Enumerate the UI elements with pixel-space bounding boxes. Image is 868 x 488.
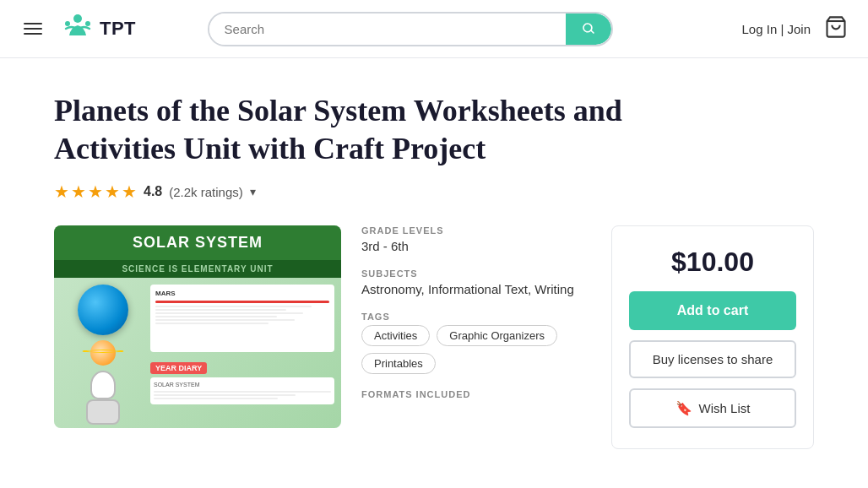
img-left (61, 285, 145, 428)
rating-chevron-icon[interactable]: ▾ (250, 185, 256, 198)
tag-graphic-organizers[interactable]: Graphic Organizers (437, 325, 557, 346)
img-tag: YEAR DIARY (150, 362, 207, 374)
tags-section: TAGS Activities Graphic Organizers Print… (361, 312, 591, 374)
earth-graphic (78, 285, 128, 335)
menu-button[interactable] (20, 19, 46, 38)
svg-point-2 (85, 21, 90, 26)
img-sub-text: SCIENCE IS ELEMENTARY UNIT (54, 260, 341, 278)
grade-levels-label: GRADE LEVELS (361, 225, 591, 236)
tpt-logo-icon (59, 10, 96, 47)
tag-printables[interactable]: Printables (361, 353, 436, 374)
header-actions: Log In | Join (742, 15, 848, 42)
formats-section: FORMATS INCLUDED (361, 389, 591, 399)
search-bar (208, 12, 613, 46)
formats-label: FORMATS INCLUDED (361, 389, 591, 399)
product-title: Planets of the Solar System Worksheets a… (54, 92, 746, 168)
svg-point-1 (65, 21, 70, 26)
star-rating: ★ ★ ★ ★ ★ (54, 182, 137, 202)
svg-point-0 (73, 14, 82, 23)
saturn-graphic (82, 340, 124, 366)
worksheet-2: YEAR DIARY SOLAR SYSTEM (150, 359, 334, 404)
img-body: MARS YEAR DIARY SOLAR SY (54, 278, 341, 428)
tags-label: TAGS (361, 312, 591, 322)
bookmark-icon: 🔖 (675, 400, 692, 416)
subjects-value: Astronomy, Informational Text, Writing (361, 282, 591, 296)
subjects-section: SUBJECTS Astronomy, Informational Text, … (361, 268, 591, 296)
logo-link[interactable]: TPT (59, 10, 136, 47)
product-image: SOLAR SYSTEM SCIENCE IS ELEMENTARY UNIT (54, 225, 341, 428)
grade-levels-section: GRADE LEVELS 3rd - 6th (361, 225, 591, 253)
product-actions-panel: $10.00 Add to cart Buy licenses to share… (611, 225, 814, 449)
rating-score: 4.8 (144, 184, 162, 199)
logo-text: TPT (100, 18, 136, 40)
product-body: SOLAR SYSTEM SCIENCE IS ELEMENTARY UNIT (54, 225, 814, 449)
main-content: Planets of the Solar System Worksheets a… (0, 58, 868, 483)
search-icon (581, 21, 596, 36)
star-5: ★ (122, 182, 137, 202)
wish-list-label: Wish List (699, 401, 751, 415)
add-to-cart-button[interactable]: Add to cart (629, 291, 796, 330)
star-3: ★ (88, 182, 103, 202)
cart-icon (824, 15, 848, 39)
img-header-text: SOLAR SYSTEM (54, 225, 341, 260)
star-2: ★ (71, 182, 86, 202)
wish-list-button[interactable]: 🔖 Wish List (629, 388, 796, 428)
astronaut-graphic (78, 371, 128, 428)
search-input[interactable] (209, 14, 566, 45)
rating-row: ★ ★ ★ ★ ★ 4.8 (2.2k ratings) ▾ (54, 182, 814, 202)
rating-count: (2.2k ratings) (169, 185, 243, 199)
product-price: $10.00 (671, 247, 754, 278)
tag-activities[interactable]: Activities (361, 325, 430, 346)
subjects-label: SUBJECTS (361, 268, 591, 279)
grade-levels-value: 3rd - 6th (361, 239, 591, 253)
buy-licenses-button[interactable]: Buy licenses to share (629, 340, 796, 378)
star-1: ★ (54, 182, 69, 202)
search-button[interactable] (566, 14, 611, 45)
worksheet-graphic: MARS (150, 285, 334, 352)
star-4: ★ (105, 182, 120, 202)
header: TPT Log In | Join (0, 0, 868, 58)
cart-button[interactable] (824, 15, 848, 42)
product-details: GRADE LEVELS 3rd - 6th SUBJECTS Astronom… (361, 225, 591, 415)
login-join-link[interactable]: Log In | Join (742, 22, 811, 36)
product-image-mock: SOLAR SYSTEM SCIENCE IS ELEMENTARY UNIT (54, 225, 341, 428)
tags-container: Activities Graphic Organizers Printables (361, 325, 591, 374)
img-right: MARS YEAR DIARY SOLAR SY (150, 285, 334, 428)
